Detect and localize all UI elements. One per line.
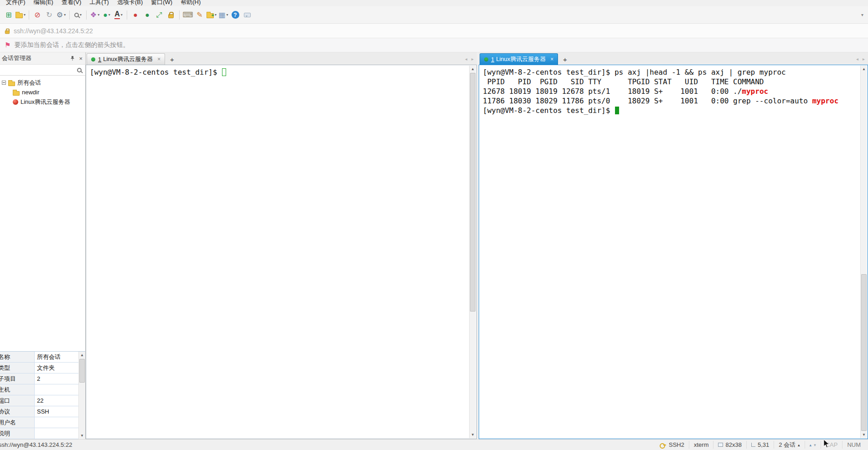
scrollbar-thumb[interactable]: [79, 359, 85, 383]
tab-scroll-right-icon[interactable]: ▸: [471, 56, 474, 61]
new-window-button[interactable]: +▾: [206, 9, 217, 21]
close-icon[interactable]: ×: [79, 55, 83, 62]
tile-windows-button[interactable]: ▦▾: [218, 9, 229, 21]
new-tab-button[interactable]: +: [167, 55, 176, 64]
property-row[interactable]: 主机: [0, 384, 85, 395]
disconnect-icon: ⊘: [34, 11, 40, 19]
collapse-icon[interactable]: [2, 81, 6, 85]
property-value: [35, 428, 85, 439]
session-tree: 所有会话 newdir Linux腾讯云服务器: [0, 76, 85, 351]
property-label: 说明: [0, 428, 35, 439]
disconnect-button[interactable]: ⊘: [32, 9, 43, 21]
scroll-up-icon[interactable]: ▲: [861, 66, 867, 72]
theme-button[interactable]: ●▾: [101, 9, 112, 21]
property-row[interactable]: 子项目2: [0, 373, 85, 384]
session-icon: [13, 99, 18, 105]
terminal-scrollbar[interactable]: ▲ ▼: [860, 66, 867, 438]
search-icon[interactable]: [77, 68, 82, 72]
address-bar[interactable]: ssh://wyn@43.143.224.5:22: [0, 24, 868, 38]
tab-scroll-left-icon[interactable]: ◂: [465, 56, 467, 61]
scrollbar-thumb[interactable]: [861, 274, 867, 431]
tree-item-newdir[interactable]: newdir: [0, 87, 85, 97]
keyboard-button[interactable]: ⌨: [182, 9, 193, 21]
property-value: [35, 417, 85, 428]
menu-tabs[interactable]: 选项卡(B): [113, 0, 147, 6]
property-row[interactable]: 名称所有会话: [0, 352, 85, 363]
new-tab-button[interactable]: +: [560, 55, 569, 64]
property-row[interactable]: 用户名: [0, 417, 85, 428]
fullscreen-button[interactable]: ⤢: [154, 9, 165, 21]
script-button[interactable]: ●: [142, 9, 153, 21]
menu-bar: 文件(F) 编辑(E) 查看(V) 工具(T) 选项卡(B) 窗口(W) 帮助(…: [0, 0, 868, 6]
property-label: 主机: [0, 384, 35, 395]
tab-scroll-right-icon[interactable]: ▸: [863, 56, 865, 61]
record-button[interactable]: ●: [130, 9, 141, 21]
properties-button[interactable]: ⚙▾: [56, 9, 67, 21]
address-url[interactable]: ssh://wyn@43.143.224.5:22: [14, 27, 93, 35]
menu-help[interactable]: 帮助(H): [176, 0, 205, 6]
help-button[interactable]: ?: [230, 9, 241, 21]
toolbar-overflow-button[interactable]: ▾: [859, 12, 865, 17]
toolbar-separator: [86, 10, 87, 20]
chevron-down-icon: ▾: [108, 13, 110, 17]
properties-scrollbar[interactable]: ▲ ▼: [78, 352, 85, 439]
folder-icon: [13, 91, 20, 96]
connected-dot-icon: [91, 57, 95, 61]
property-row[interactable]: 端口22: [0, 395, 85, 406]
find-button[interactable]: ▾: [72, 9, 83, 21]
tab-session[interactable]: 1 Linux腾讯云服务器 ×: [87, 53, 165, 65]
menu-file[interactable]: 文件(F): [2, 0, 30, 6]
property-row[interactable]: 说明: [0, 428, 85, 439]
menu-edit[interactable]: 编辑(E): [30, 0, 57, 6]
font-button[interactable]: A▾: [113, 9, 124, 21]
cursor-position-icon: [751, 443, 755, 447]
status-scroll-indicators[interactable]: ▴▾: [805, 441, 821, 448]
property-label: 名称: [0, 352, 35, 362]
terminal-scrollbar[interactable]: ▲ ▼: [469, 66, 476, 438]
pen-icon: ✎: [196, 11, 202, 19]
pin-icon[interactable]: [70, 56, 75, 61]
lock-icon: [168, 14, 174, 18]
feedback-button[interactable]: [242, 9, 253, 21]
terminal-left[interactable]: [wyn@VM-8-2-centos test_dir]$ ▲ ▼: [86, 65, 477, 439]
status-session-count[interactable]: 2 会话▴: [774, 441, 804, 448]
tree-item-all-sessions[interactable]: 所有会话: [0, 78, 85, 87]
menu-view[interactable]: 查看(V): [57, 0, 85, 6]
scroll-down-icon[interactable]: ▼: [861, 431, 867, 438]
property-label: 类型: [0, 363, 35, 373]
chevron-down-icon: ▾: [121, 13, 123, 17]
menu-window[interactable]: 窗口(W): [147, 0, 176, 6]
scroll-down-icon[interactable]: ▼: [79, 432, 85, 439]
compose-button[interactable]: ✎: [194, 9, 205, 21]
scroll-down-icon[interactable]: ▼: [470, 431, 476, 438]
property-row[interactable]: 类型文件夹: [0, 363, 85, 373]
menu-tools[interactable]: 工具(T): [85, 0, 113, 6]
lock-icon: [5, 30, 10, 34]
scrollbar-thumb[interactable]: [470, 73, 475, 312]
tab-close-icon[interactable]: ×: [157, 56, 160, 62]
flag-icon[interactable]: ⚑: [5, 41, 10, 49]
open-session-button[interactable]: ▾: [15, 9, 26, 21]
reconnect-button[interactable]: ↻: [44, 9, 55, 21]
chevron-down-icon: ▾: [98, 13, 99, 17]
new-session-button[interactable]: ⊞: [3, 9, 14, 21]
property-value: 22: [35, 395, 85, 406]
color-scheme-button[interactable]: ❖▾: [89, 9, 100, 21]
session-filter-input[interactable]: [3, 66, 74, 73]
tab-close-icon[interactable]: ×: [550, 56, 553, 62]
tree-item-session[interactable]: Linux腾讯云服务器: [0, 97, 85, 107]
terminal-right[interactable]: [wyn@VM-8-2-centos test_dir]$ ps axj |he…: [479, 65, 868, 439]
tab-scroll-left-icon[interactable]: ◂: [856, 56, 858, 61]
status-protocol: SSH2: [655, 441, 689, 448]
tab-session-active[interactable]: 1 Linux腾讯云服务器 ×: [480, 53, 558, 65]
session-manager-header: 会话管理器 ×: [0, 52, 85, 64]
scroll-up-icon[interactable]: ▲: [470, 66, 476, 72]
font-icon: A: [114, 10, 120, 19]
palette-icon: ❖: [90, 11, 97, 19]
property-row[interactable]: 协议SSH: [0, 406, 85, 417]
toolbar: ⊞ ▾ ⊘ ↻ ⚙▾ ▾ ❖▾ ●▾ A▾ ● ● ⤢ ⌨ ✎ +▾ ▦▾ ? …: [0, 6, 868, 24]
scroll-up-icon[interactable]: ▲: [79, 352, 85, 358]
record-icon: ●: [133, 11, 138, 19]
fullscreen-icon: ⤢: [156, 11, 162, 19]
lock-button[interactable]: [165, 9, 176, 21]
